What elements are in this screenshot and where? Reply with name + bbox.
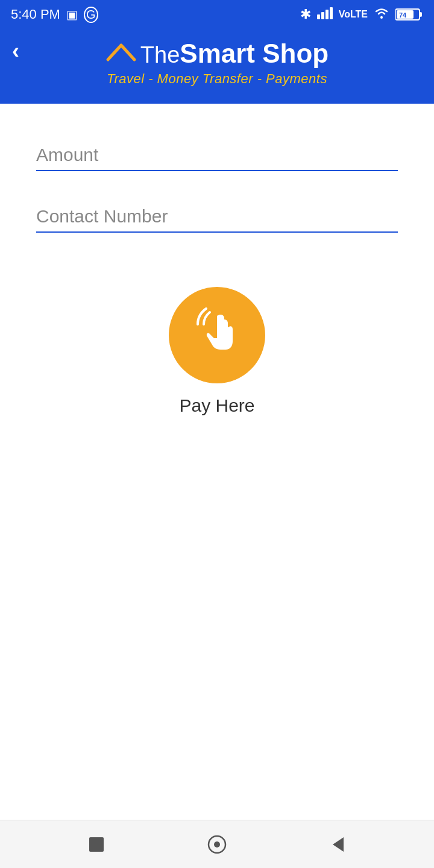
pay-here-label: Pay Here — [179, 395, 254, 416]
logo-smart-shop: Smart Shop — [180, 39, 329, 68]
svg-point-11 — [214, 841, 220, 848]
pay-circle-icon — [169, 287, 265, 383]
message-icon: ▣ — [66, 7, 78, 22]
logo-the: The — [140, 42, 180, 68]
svg-text:74: 74 — [399, 11, 407, 19]
app-header: ‹ TheSmart Shop Travel - Money Transfer … — [0, 29, 434, 104]
svg-rect-0 — [317, 14, 320, 19]
svg-rect-1 — [321, 12, 324, 19]
signal-icon — [317, 6, 333, 23]
bottom-nav — [0, 820, 434, 868]
contact-input[interactable] — [36, 201, 398, 233]
contact-form-group — [36, 201, 398, 233]
logo-title: TheSmart Shop — [105, 39, 329, 69]
time-display: 5:40 PM — [11, 7, 60, 22]
amount-form-group — [36, 140, 398, 171]
wifi-icon — [374, 6, 389, 23]
nav-back-button[interactable] — [324, 831, 351, 858]
amount-input[interactable] — [36, 140, 398, 171]
g-icon: G — [84, 7, 98, 23]
svg-point-4 — [380, 16, 383, 19]
status-bar: 5:40 PM ▣ G ✱ VoLTE — [0, 0, 434, 29]
svg-rect-3 — [330, 7, 333, 19]
svg-rect-2 — [326, 10, 329, 19]
battery-icon: 74 — [395, 8, 423, 21]
svg-rect-6 — [420, 12, 422, 17]
logo-roof-icon — [105, 42, 137, 66]
nav-stop-button[interactable] — [83, 831, 110, 858]
logo-container: TheSmart Shop Travel - Money Transfer - … — [105, 39, 329, 87]
svg-marker-12 — [333, 837, 344, 852]
back-button[interactable]: ‹ — [12, 39, 19, 64]
pay-here-button[interactable]: Pay Here — [169, 287, 265, 416]
status-left: 5:40 PM ▣ G — [11, 7, 98, 23]
main-content: Pay Here — [0, 104, 434, 820]
logo-text: TheSmart Shop — [140, 39, 329, 69]
nav-home-button[interactable] — [204, 831, 230, 858]
svg-rect-9 — [89, 837, 104, 852]
bluetooth-icon: ✱ — [300, 7, 311, 22]
lte-icon: VoLTE — [339, 9, 368, 20]
logo-tagline: Travel - Money Transfer - Payments — [107, 71, 327, 87]
status-right: ✱ VoLTE 74 — [300, 6, 423, 23]
